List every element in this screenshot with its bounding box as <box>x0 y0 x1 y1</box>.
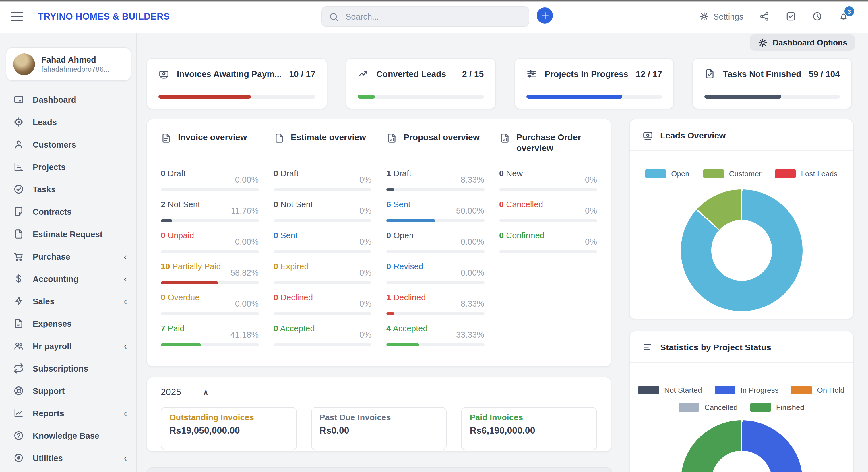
sidebar-item-sales[interactable]: Sales‹ <box>0 290 136 313</box>
legend-item[interactable]: Open <box>645 169 689 178</box>
search-input[interactable] <box>344 11 529 22</box>
sidebar-item-dashboard[interactable]: Dashboard <box>0 88 136 111</box>
overview-status-top: 0 Not Sent0% <box>274 200 371 215</box>
progress-track <box>386 188 484 191</box>
line-chart-icon <box>12 408 24 419</box>
invoice-summary-amount: Rs6,190,000.00 <box>470 425 588 436</box>
status-label: 1 Declined <box>386 293 426 302</box>
sidebar-item-label: Expenses <box>33 319 127 328</box>
sidebar-item-customers[interactable]: Customers <box>0 133 136 156</box>
drag-handle[interactable] <box>620 132 627 144</box>
status-percent: 0% <box>360 299 371 308</box>
dollar-icon <box>12 273 24 284</box>
progress-track <box>161 250 259 253</box>
overview-status-top: 0 Draft0% <box>274 169 371 184</box>
progress-fill <box>161 282 218 284</box>
invoice-summary-amount: Rs19,050,000.00 <box>169 425 288 436</box>
drag-handle[interactable] <box>620 345 627 356</box>
legend-item[interactable]: Cancelled <box>679 403 738 412</box>
legend-swatch <box>715 386 735 394</box>
progress-fill <box>386 343 419 346</box>
sidebar-item-knowledge-base[interactable]: Knowledge Base <box>0 424 136 447</box>
profile-card[interactable]: Fahad Ahmed fahadahmedpro786... <box>6 47 131 81</box>
progress-fill <box>161 219 172 222</box>
overview-status-top: 0 Expired0% <box>274 262 371 277</box>
sidebar-item-purchase[interactable]: Purchase‹ <box>0 245 136 268</box>
sidebar-item-subscriptions[interactable]: Subscriptions <box>0 357 136 380</box>
legend-item[interactable]: In Progress <box>715 386 779 394</box>
life-ring-icon <box>12 385 24 396</box>
legend-item[interactable]: Lost Leads <box>775 169 838 178</box>
sidebar-item-utilities[interactable]: Utilities‹ <box>0 447 136 469</box>
doc-chart-icon <box>386 132 397 144</box>
project-status-donut-chart[interactable] <box>681 420 802 472</box>
chevron-up-icon[interactable]: ∧ <box>203 388 208 396</box>
sidebar-item-leads[interactable]: Leads <box>0 111 136 133</box>
progress-track <box>274 282 371 284</box>
todo-button[interactable] <box>785 11 796 22</box>
legend-item[interactable]: On Hold <box>792 386 844 394</box>
overview-status-row: 1 Declined8.33% <box>386 293 484 315</box>
overview-status-row: 2 Not Sent11.76% <box>161 200 259 222</box>
legend-label: Open <box>671 169 689 178</box>
legend-item[interactable]: Customer <box>703 169 762 178</box>
sidebar-item-label: Utilities <box>33 453 124 463</box>
legend-item[interactable]: Not Started <box>639 386 702 394</box>
notifications-button[interactable]: 3 <box>838 11 849 22</box>
stat-card-title: Converted Leads <box>376 69 446 79</box>
invoice-summary-box[interactable]: Past Due InvoicesRs0.00 <box>311 407 446 450</box>
search-box[interactable] <box>321 6 529 27</box>
overview-column-header: Estimate overview <box>274 132 371 155</box>
legend-label: On Hold <box>817 386 844 394</box>
sidebar-item-reports[interactable]: Reports‹ <box>0 402 136 424</box>
sidebar-item-contracts[interactable]: Contracts <box>0 200 136 223</box>
overview-column-header: Purchase Order overview <box>499 132 597 155</box>
status-label: 0 Revised <box>386 262 423 271</box>
status-percent: 8.33% <box>461 299 484 308</box>
stat-card-title: Tasks Not Finished <box>723 69 801 79</box>
stat-card[interactable]: Tasks Not Finished59 / 104 <box>693 58 852 109</box>
stat-card[interactable]: Invoices Awaiting Paym...10 / 17 <box>146 58 328 109</box>
share-button[interactable] <box>759 11 770 22</box>
share-icon <box>759 11 770 22</box>
progress-track <box>161 343 259 346</box>
settings-button[interactable]: Settings <box>699 11 743 22</box>
sidebar-item-accounting[interactable]: Accounting‹ <box>0 268 136 290</box>
legend-item[interactable]: Finished <box>750 403 804 412</box>
invoice-summary-box[interactable]: Paid InvoicesRs6,190,000.00 <box>461 407 597 450</box>
menu-icon[interactable] <box>11 10 23 23</box>
cash-icon <box>158 68 169 79</box>
leads-donut-chart[interactable] <box>681 189 802 311</box>
overview-status-row: 10 Partially Paid58.82% <box>161 262 259 284</box>
timesheet-button[interactable] <box>812 11 823 22</box>
status-label: 0 Cancelled <box>499 200 543 209</box>
sidebar-item-support[interactable]: Support <box>0 380 136 402</box>
next-widget-top-edge <box>146 467 613 472</box>
add-new-button[interactable] <box>537 7 553 24</box>
progress-track <box>161 188 259 191</box>
sidebar-item-expenses[interactable]: Expenses <box>0 313 136 335</box>
brand-logo[interactable]: TRYINO HOMES & BUILDERS <box>38 11 170 22</box>
profile-name: Fahad Ahmed <box>41 55 110 64</box>
doc-text-icon <box>12 318 24 329</box>
progress-track <box>386 313 484 315</box>
legend-swatch <box>679 403 699 412</box>
sidebar-item-tasks[interactable]: Tasks <box>0 178 136 200</box>
progress-track <box>386 282 484 284</box>
stat-card[interactable]: Projects In Progress12 / 17 <box>514 58 674 109</box>
sidebar-item-hr-payroll[interactable]: Hr payroll‹ <box>0 335 136 357</box>
status-percent: 0.00% <box>461 268 484 277</box>
sidebar-item-label: Tasks <box>33 185 127 194</box>
stat-card-header: Tasks Not Finished59 / 104 <box>705 68 840 79</box>
year-label: 2025 <box>161 387 181 397</box>
overview-column-title: Proposal overview <box>404 132 479 143</box>
invoice-summary-box[interactable]: Outstanding InvoicesRs19,050,000.00 <box>161 407 297 450</box>
status-label: 1 Draft <box>386 169 411 178</box>
status-percent: 0% <box>360 330 371 340</box>
overview-status-top: 0 Draft0.00% <box>161 169 259 184</box>
dashboard-options-button[interactable]: Dashboard Options <box>750 34 855 51</box>
stat-card[interactable]: Converted Leads2 / 15 <box>346 58 496 109</box>
stat-card-header: Invoices Awaiting Paym...10 / 17 <box>158 68 315 79</box>
sidebar-item-estimate-request[interactable]: Estimate Request <box>0 223 136 245</box>
sidebar-item-projects[interactable]: Projects <box>0 156 136 178</box>
